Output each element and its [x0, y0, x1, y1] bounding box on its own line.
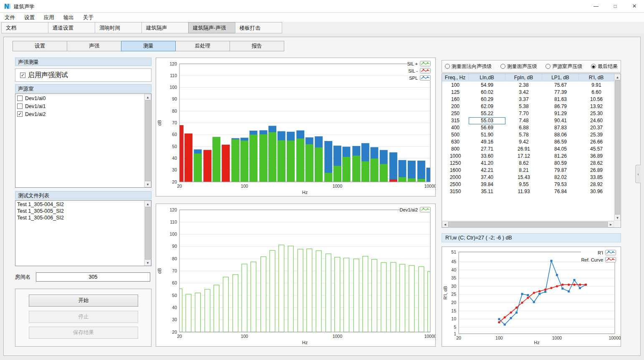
room-name-input[interactable] — [36, 272, 150, 282]
sub-tab-3[interactable]: 后处理 — [175, 41, 230, 51]
svg-text:60: 60 — [172, 280, 177, 285]
table-cell: 500 — [442, 131, 469, 138]
table-row[interactable]: 16060.293.3781.6310.56 — [442, 96, 614, 103]
close-button[interactable]: ✕ — [625, 0, 644, 13]
menu-item-4[interactable]: 关于 — [78, 13, 98, 22]
svg-text:30: 30 — [172, 317, 177, 322]
scroll-left-icon[interactable]: ◄ — [442, 221, 448, 227]
source-channel-list: Dev1/ai0Dev1/ai1✓Dev1/ai2 ▲▼ — [15, 93, 152, 188]
scroll-down-icon[interactable]: ▼ — [144, 259, 151, 266]
svg-text:20: 20 — [456, 335, 461, 340]
table-cell: 24.60 — [579, 117, 614, 124]
channel-item-1[interactable]: Dev1/ai1 — [15, 102, 144, 110]
legend-label: Ref. Curve — [581, 257, 603, 262]
svg-text:70: 70 — [172, 120, 177, 125]
table-cell: 27.71 — [469, 146, 505, 153]
legend-label: SPL — [409, 76, 418, 81]
sub-tab-4[interactable]: 报告 — [230, 41, 284, 51]
main-tab-5[interactable]: 楼板打击 — [235, 22, 282, 33]
scroll-up-icon[interactable]: ▲ — [144, 94, 151, 100]
table-row[interactable]: 80027.7126.9184.0545.57 — [442, 146, 614, 153]
svg-text:Hz: Hz — [534, 340, 539, 345]
table-cell: 86.59 — [542, 138, 579, 146]
main-tab-2[interactable]: 混响时间 — [95, 22, 142, 33]
start-button[interactable]: 开始 — [29, 295, 138, 307]
table-row[interactable]: 100033.6017.1281.2636.89 — [442, 153, 614, 160]
vertical-scrollbar[interactable]: ▲▼ — [144, 94, 151, 187]
radio-label: 最后结果 — [598, 63, 618, 70]
main-tab-bar: 文档通道设置混响时间建筑隔声建筑隔声-声强楼板打击 — [0, 22, 644, 34]
sub-tab-1[interactable]: 声强 — [67, 41, 121, 51]
table-row[interactable]: 31555.037.4890.4124.60 — [442, 117, 614, 124]
radio-option-2[interactable]: 声源室声压级 — [546, 63, 582, 70]
radio-option-1[interactable]: 测量面声压级 — [500, 63, 537, 70]
menu-item-3[interactable]: 输出 — [59, 13, 78, 22]
maximize-button[interactable]: □ — [606, 0, 625, 13]
table-row[interactable]: 25055.227.7091.2925.30 — [442, 110, 614, 117]
radio-option-3[interactable]: 最后结果 — [591, 63, 618, 70]
sub-tab-0[interactable]: 设置 — [13, 41, 67, 51]
enable-intensity-checkbox[interactable]: ✓ 启用声强测试 — [15, 68, 152, 82]
table-row[interactable]: 250039.849.5579.5328.92 — [442, 181, 614, 188]
radio-option-0[interactable]: 测量面法向声强级 — [445, 63, 492, 70]
svg-text:80: 80 — [172, 256, 177, 261]
menu-item-1[interactable]: 设置 — [20, 13, 39, 22]
rating-curve-chart: 1510152025303540455120100100010000HzR'I,… — [442, 247, 621, 347]
svg-text:100: 100 — [169, 85, 177, 90]
scroll-right-icon[interactable]: ► — [608, 221, 614, 227]
scrollbar-thumb[interactable] — [145, 207, 151, 259]
table-row[interactable]: 200037.4015.4382.0233.85 — [442, 174, 614, 181]
svg-text:10000: 10000 — [424, 334, 435, 339]
table-row[interactable]: 160042.218.2179.8726.89 — [442, 167, 614, 174]
channel-item-2[interactable]: ✓Dev1/ai2 — [15, 110, 144, 118]
scroll-up-icon[interactable]: ▲ — [614, 74, 621, 80]
collapse-panel-button[interactable]: ‹ — [635, 165, 641, 183]
main-tab-4[interactable]: 建筑隔声-声强 — [188, 22, 235, 33]
minimize-button[interactable]: — — [586, 0, 606, 13]
table-cell: 6.60 — [579, 89, 614, 96]
menu-bar: 文件设置应用输出关于 — [0, 13, 644, 22]
table-row[interactable]: 20062.095.3886.7913.92 — [442, 103, 614, 110]
channel-item-0[interactable]: Dev1/ai0 — [15, 94, 144, 102]
table-cell: 28.92 — [579, 181, 614, 188]
svg-text:100: 100 — [241, 184, 248, 189]
save-results-button[interactable]: 保存结果 — [29, 327, 138, 339]
table-cell: 42.21 — [469, 167, 505, 174]
svg-text:60: 60 — [172, 132, 177, 137]
stop-button[interactable]: 停止 — [29, 311, 138, 323]
scrollbar-thumb[interactable] — [615, 80, 620, 214]
table-cell: 36.89 — [579, 153, 614, 160]
table-row[interactable]: 315035.1111.9376.8430.96 — [442, 188, 614, 195]
table-vertical-scrollbar[interactable]: ▲▼ — [614, 74, 621, 221]
test-file-item-1[interactable]: Test 1_305-005_SI2 — [15, 208, 144, 214]
scroll-down-icon[interactable]: ▼ — [144, 181, 151, 187]
sub-tab-bar: 设置声强测量后处理报告 — [13, 41, 284, 51]
scroll-down-icon[interactable]: ▼ — [614, 214, 621, 221]
scrollbar-thumb[interactable] — [145, 100, 151, 181]
table-row[interactable]: 63049.169.4286.5926.66 — [442, 138, 614, 146]
table-row[interactable]: 12560.023.4277.396.60 — [442, 89, 614, 96]
menu-item-2[interactable]: 应用 — [39, 13, 59, 22]
main-tab-0[interactable]: 文档 — [1, 22, 48, 33]
test-file-item-2[interactable]: Test 1_305-006_SI2 — [15, 214, 144, 221]
svg-text:20: 20 — [172, 179, 177, 184]
table-cell: 1600 — [442, 167, 469, 174]
test-file-item-0[interactable]: Test 1_305-004_SI2 — [15, 201, 144, 208]
table-row[interactable]: 125041.208.6280.5928.62 — [442, 160, 614, 167]
table-cell: 80.59 — [542, 160, 579, 167]
table-horizontal-scrollbar[interactable]: ◄► — [442, 221, 614, 227]
main-tab-3[interactable]: 建筑隔声 — [141, 22, 189, 33]
legend-icon — [420, 68, 431, 73]
table-row[interactable]: 50051.905.7888.0625.39 — [442, 131, 614, 138]
table-row[interactable]: 10054.992.3875.679.91 — [442, 82, 614, 89]
vertical-scrollbar[interactable]: ▲▼ — [144, 201, 151, 266]
radio-icon — [445, 64, 450, 69]
scroll-up-icon[interactable]: ▲ — [144, 201, 151, 207]
main-tab-1[interactable]: 通道设置 — [48, 22, 95, 33]
table-row[interactable]: 40056.696.8887.8320.37 — [442, 124, 614, 131]
menu-item-0[interactable]: 文件 — [0, 13, 20, 22]
table-cell: 25.39 — [579, 131, 614, 138]
checkbox-icon — [17, 96, 23, 101]
sub-tab-2[interactable]: 测量 — [121, 41, 176, 51]
scrollbar-thumb[interactable] — [448, 222, 608, 227]
